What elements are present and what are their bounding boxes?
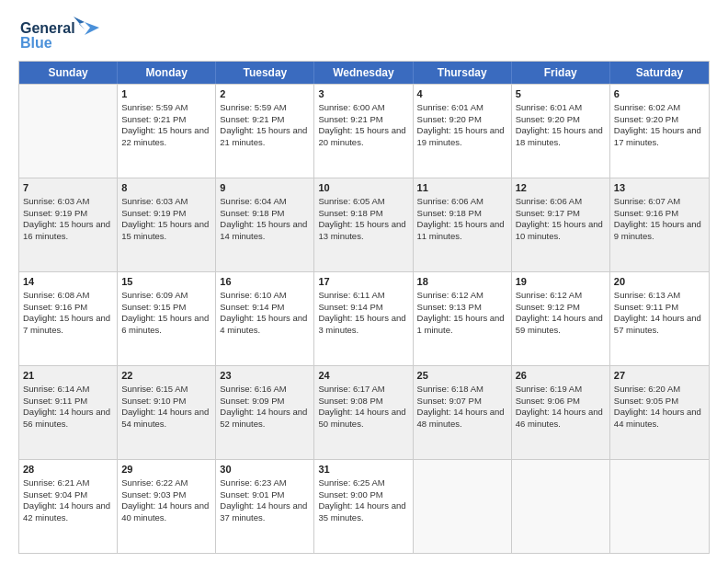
daylight-text: Daylight: 14 hours and 46 minutes. bbox=[516, 407, 606, 431]
daylight-text: Daylight: 14 hours and 40 minutes. bbox=[121, 500, 211, 524]
sunset-text: Sunset: 9:15 PM bbox=[121, 302, 211, 314]
day-number: 26 bbox=[516, 369, 606, 383]
sunrise-text: Sunrise: 6:22 AM bbox=[121, 477, 211, 489]
calendar-cell: 26Sunrise: 6:19 AMSunset: 9:06 PMDayligh… bbox=[512, 366, 610, 459]
logo: General Blue bbox=[18, 15, 101, 55]
day-number: 6 bbox=[614, 87, 705, 101]
sunrise-text: Sunrise: 6:12 AM bbox=[516, 290, 606, 302]
calendar-cell: 23Sunrise: 6:16 AMSunset: 9:09 PMDayligh… bbox=[216, 366, 314, 459]
day-number: 23 bbox=[220, 369, 310, 383]
daylight-text: Daylight: 14 hours and 37 minutes. bbox=[220, 500, 310, 524]
calendar-cell: 30Sunrise: 6:23 AMSunset: 9:01 PMDayligh… bbox=[216, 460, 314, 553]
calendar-cell: 16Sunrise: 6:10 AMSunset: 9:14 PMDayligh… bbox=[216, 272, 314, 365]
sunrise-text: Sunrise: 6:09 AM bbox=[121, 290, 211, 302]
calendar-cell: 11Sunrise: 6:06 AMSunset: 9:18 PMDayligh… bbox=[414, 178, 512, 271]
daylight-text: Daylight: 15 hours and 16 minutes. bbox=[23, 219, 113, 243]
sunrise-text: Sunrise: 6:13 AM bbox=[614, 290, 705, 302]
sunrise-text: Sunrise: 6:01 AM bbox=[516, 102, 606, 114]
calendar-cell: 17Sunrise: 6:11 AMSunset: 9:14 PMDayligh… bbox=[314, 272, 413, 365]
day-number: 18 bbox=[417, 275, 507, 289]
sunrise-text: Sunrise: 6:16 AM bbox=[220, 384, 310, 396]
daylight-text: Daylight: 14 hours and 50 minutes. bbox=[318, 407, 408, 431]
daylight-text: Daylight: 15 hours and 22 minutes. bbox=[121, 125, 211, 149]
daylight-text: Daylight: 15 hours and 4 minutes. bbox=[220, 313, 310, 337]
calendar-week-row: 7Sunrise: 6:03 AMSunset: 9:19 PMDaylight… bbox=[19, 178, 709, 271]
calendar-cell: 13Sunrise: 6:07 AMSunset: 9:16 PMDayligh… bbox=[610, 178, 709, 271]
sunset-text: Sunset: 9:18 PM bbox=[220, 208, 310, 220]
svg-text:Blue: Blue bbox=[20, 35, 52, 51]
sunrise-text: Sunrise: 6:05 AM bbox=[318, 196, 408, 208]
day-number: 22 bbox=[121, 369, 211, 383]
day-number: 13 bbox=[614, 181, 705, 195]
sunset-text: Sunset: 9:04 PM bbox=[23, 489, 113, 501]
daylight-text: Daylight: 15 hours and 10 minutes. bbox=[516, 219, 606, 243]
sunset-text: Sunset: 9:17 PM bbox=[516, 208, 606, 220]
day-number: 8 bbox=[121, 181, 211, 195]
calendar-week-row: 1Sunrise: 5:59 AMSunset: 9:21 PMDaylight… bbox=[19, 84, 709, 178]
sunset-text: Sunset: 9:05 PM bbox=[614, 396, 705, 408]
day-number: 4 bbox=[417, 87, 507, 101]
calendar-cell: 1Sunrise: 5:59 AMSunset: 9:21 PMDaylight… bbox=[118, 85, 216, 178]
sunset-text: Sunset: 9:21 PM bbox=[220, 114, 310, 126]
day-number: 17 bbox=[318, 275, 408, 289]
day-number: 21 bbox=[23, 369, 113, 383]
calendar-cell: 22Sunrise: 6:15 AMSunset: 9:10 PMDayligh… bbox=[118, 366, 216, 459]
calendar-cell: 2Sunrise: 5:59 AMSunset: 9:21 PMDaylight… bbox=[216, 85, 314, 178]
daylight-text: Daylight: 15 hours and 18 minutes. bbox=[516, 125, 606, 149]
daylight-text: Daylight: 15 hours and 1 minute. bbox=[417, 313, 507, 337]
sunrise-text: Sunrise: 6:25 AM bbox=[318, 477, 408, 489]
daylight-text: Daylight: 15 hours and 21 minutes. bbox=[220, 125, 310, 149]
daylight-text: Daylight: 15 hours and 3 minutes. bbox=[318, 313, 408, 337]
weekday-header: Wednesday bbox=[314, 62, 413, 84]
calendar-cell: 24Sunrise: 6:17 AMSunset: 9:08 PMDayligh… bbox=[314, 366, 413, 459]
day-number: 10 bbox=[318, 181, 408, 195]
weekday-header: Saturday bbox=[610, 62, 709, 84]
page: General Blue SundayMondayTuesdayWednesda… bbox=[0, 0, 728, 563]
sunrise-text: Sunrise: 6:00 AM bbox=[318, 102, 408, 114]
day-number: 12 bbox=[516, 181, 606, 195]
sunrise-text: Sunrise: 6:01 AM bbox=[417, 102, 507, 114]
sunrise-text: Sunrise: 6:08 AM bbox=[23, 290, 113, 302]
sunrise-text: Sunrise: 6:21 AM bbox=[23, 477, 113, 489]
sunset-text: Sunset: 9:13 PM bbox=[417, 302, 507, 314]
day-number: 11 bbox=[417, 181, 507, 195]
sunrise-text: Sunrise: 6:07 AM bbox=[614, 196, 705, 208]
daylight-text: Daylight: 15 hours and 13 minutes. bbox=[318, 219, 408, 243]
calendar-cell: 12Sunrise: 6:06 AMSunset: 9:17 PMDayligh… bbox=[512, 178, 610, 271]
weekday-header: Friday bbox=[512, 62, 610, 84]
sunrise-text: Sunrise: 6:10 AM bbox=[220, 290, 310, 302]
sunrise-text: Sunrise: 6:03 AM bbox=[121, 196, 211, 208]
day-number: 3 bbox=[318, 87, 408, 101]
weekday-header: Tuesday bbox=[216, 62, 314, 84]
calendar-cell: 29Sunrise: 6:22 AMSunset: 9:03 PMDayligh… bbox=[118, 460, 216, 553]
sunrise-text: Sunrise: 6:23 AM bbox=[220, 477, 310, 489]
day-number: 2 bbox=[220, 87, 310, 101]
sunset-text: Sunset: 9:20 PM bbox=[516, 114, 606, 126]
sunset-text: Sunset: 9:19 PM bbox=[23, 208, 113, 220]
sunrise-text: Sunrise: 6:06 AM bbox=[417, 196, 507, 208]
sunset-text: Sunset: 9:11 PM bbox=[23, 396, 113, 408]
sunset-text: Sunset: 9:14 PM bbox=[220, 302, 310, 314]
calendar-cell: 21Sunrise: 6:14 AMSunset: 9:11 PMDayligh… bbox=[19, 366, 118, 459]
day-number: 25 bbox=[417, 369, 507, 383]
calendar-week-row: 28Sunrise: 6:21 AMSunset: 9:04 PMDayligh… bbox=[19, 459, 709, 553]
sunrise-text: Sunrise: 6:06 AM bbox=[516, 196, 606, 208]
day-number: 7 bbox=[23, 181, 113, 195]
daylight-text: Daylight: 15 hours and 15 minutes. bbox=[121, 219, 211, 243]
sunrise-text: Sunrise: 6:15 AM bbox=[121, 384, 211, 396]
sunset-text: Sunset: 9:03 PM bbox=[121, 489, 211, 501]
calendar-cell: 14Sunrise: 6:08 AMSunset: 9:16 PMDayligh… bbox=[19, 272, 118, 365]
day-number: 27 bbox=[614, 369, 705, 383]
day-number: 14 bbox=[23, 275, 113, 289]
sunrise-text: Sunrise: 6:14 AM bbox=[23, 384, 113, 396]
sunset-text: Sunset: 9:08 PM bbox=[318, 396, 408, 408]
calendar-cell: 4Sunrise: 6:01 AMSunset: 9:20 PMDaylight… bbox=[414, 85, 512, 178]
sunrise-text: Sunrise: 6:03 AM bbox=[23, 196, 113, 208]
calendar-cell: 31Sunrise: 6:25 AMSunset: 9:00 PMDayligh… bbox=[314, 460, 413, 553]
weekday-header: Sunday bbox=[19, 62, 118, 84]
day-number: 16 bbox=[220, 275, 310, 289]
calendar-header: SundayMondayTuesdayWednesdayThursdayFrid… bbox=[19, 62, 709, 84]
sunset-text: Sunset: 9:06 PM bbox=[516, 396, 606, 408]
calendar-cell: 25Sunrise: 6:18 AMSunset: 9:07 PMDayligh… bbox=[414, 366, 512, 459]
sunrise-text: Sunrise: 6:12 AM bbox=[417, 290, 507, 302]
